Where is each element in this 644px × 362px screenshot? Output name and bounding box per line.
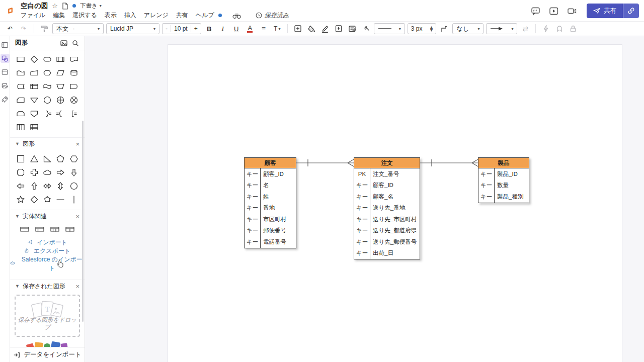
line-end-dropdown[interactable]: ▾ xyxy=(486,23,517,34)
line-width-arrows[interactable]: ▴▾ xyxy=(427,26,436,31)
er-table-header[interactable]: 顧客 xyxy=(245,158,296,168)
saved-shapes-dropzone[interactable]: T 保存する図形をドロップ xyxy=(15,295,80,337)
menu-共有[interactable]: 共有 xyxy=(176,11,188,20)
shape-summing-junction[interactable] xyxy=(67,94,80,106)
shapes-panel-icon[interactable] xyxy=(1,54,10,63)
shape-triangle[interactable] xyxy=(27,153,40,165)
shape-arrow-up[interactable] xyxy=(27,180,40,192)
document-icon[interactable] xyxy=(62,3,68,10)
shape-arrow-up-down[interactable] xyxy=(54,180,67,192)
save-status[interactable]: 保存済み xyxy=(256,11,289,20)
shape-manual-operation[interactable] xyxy=(54,80,67,93)
collapse-triangle-icon[interactable]: ▼ xyxy=(15,284,20,289)
lucid-logo-icon[interactable] xyxy=(5,6,16,17)
shape-line-horizontal[interactable] xyxy=(54,194,67,206)
diagram-canvas[interactable]: 顧客キー顧客_IDキー名キー姓キー番地キー市区町村キー郵便番号キー電話番号注文P… xyxy=(85,36,644,362)
shape-hexagon[interactable] xyxy=(67,153,80,165)
menu-ヘルプ[interactable]: ヘルプ xyxy=(196,11,214,20)
er-row[interactable]: PK注文_番号 xyxy=(354,168,420,180)
er-table-header[interactable]: 注文 xyxy=(354,158,420,168)
shape-paper-tape[interactable] xyxy=(41,80,54,93)
er-row[interactable]: キー製品_ID xyxy=(478,168,529,180)
section-entity[interactable]: ▼ 実体関連 × xyxy=(10,210,85,222)
shape-manual-input[interactable] xyxy=(27,67,40,79)
text-align-button[interactable]: ≡ xyxy=(258,23,269,34)
shape-off-page-connector[interactable] xyxy=(27,108,40,120)
er-row[interactable]: キー送り先_番地 xyxy=(354,203,420,214)
er-table-顧客[interactable]: 顧客キー顧客_IDキー名キー姓キー番地キー市区町村キー郵便番号キー電話番号 xyxy=(244,157,296,248)
shape-internal-storage[interactable] xyxy=(27,80,40,93)
er-row[interactable]: キー郵便番号 xyxy=(245,225,296,237)
shadow-icon[interactable] xyxy=(333,23,344,34)
shape-entity-header[interactable] xyxy=(17,223,32,235)
er-row[interactable]: キー送り先_市区町村 xyxy=(354,214,420,225)
menu-選択する[interactable]: 選択する xyxy=(72,11,97,20)
shape-brace-note-right[interactable] xyxy=(41,108,54,120)
er-row[interactable]: キー製品_種別 xyxy=(478,191,529,203)
menu-挿入[interactable]: 挿入 xyxy=(124,11,136,20)
shape-entity-split[interactable] xyxy=(62,223,77,235)
magnet-icon[interactable] xyxy=(554,23,565,34)
er-row[interactable]: キー番地 xyxy=(245,203,296,214)
shape-pentagon[interactable] xyxy=(54,153,67,165)
link-import[interactable]: インポート xyxy=(10,238,85,247)
search-icon[interactable] xyxy=(71,39,79,47)
shape-stored-data[interactable] xyxy=(14,80,27,93)
shape-delay[interactable] xyxy=(67,80,80,93)
favorite-star-icon[interactable]: ☆ xyxy=(52,2,58,10)
er-table-header[interactable]: 製品 xyxy=(478,158,529,168)
import-data-button[interactable]: データをインポート xyxy=(10,347,85,362)
er-row[interactable]: キー送り先_郵便番号 xyxy=(354,236,420,248)
swap-direction-icon[interactable]: ⇄ xyxy=(520,23,531,34)
link-cloud[interactable]: Salesforce のインポート xyxy=(10,255,85,273)
shape-line-vertical[interactable] xyxy=(67,194,80,206)
shape-star-shape[interactable] xyxy=(14,194,27,206)
shape-circle[interactable] xyxy=(67,180,80,192)
share-button[interactable]: 共有 xyxy=(587,4,623,18)
shape-preparation[interactable] xyxy=(41,67,54,79)
menu-表示[interactable]: 表示 xyxy=(105,11,117,20)
font-size-stepper[interactable]: - 10 pt + xyxy=(162,23,201,34)
shape-arrow-left-right[interactable] xyxy=(41,180,54,192)
shape-polygon[interactable] xyxy=(41,194,54,206)
text-options-button[interactable]: T▾ xyxy=(272,23,283,34)
shape-octagon[interactable] xyxy=(14,166,27,178)
shape-process[interactable] xyxy=(14,53,27,65)
shape-cloud-shape[interactable] xyxy=(41,166,54,178)
redo-button[interactable]: ↷ xyxy=(18,23,29,34)
shape-connector[interactable] xyxy=(41,94,54,106)
shape-data[interactable] xyxy=(54,67,67,79)
shape-diamond[interactable] xyxy=(27,194,40,206)
shape-merge[interactable] xyxy=(27,94,40,106)
er-table-注文[interactable]: 注文PK注文_番号キー顧客_IDキー顧客_名キー送り先_番地キー送り先_市区町村… xyxy=(354,157,420,259)
shape-brace-note-left[interactable] xyxy=(54,108,67,120)
line-width-stepper[interactable]: 3 px ▴▾ xyxy=(408,23,437,34)
er-row[interactable]: キー出荷_日 xyxy=(354,248,420,259)
notes-icon[interactable] xyxy=(347,23,358,34)
er-row[interactable]: キー数量 xyxy=(478,180,529,192)
font-size-value[interactable]: 10 pt xyxy=(171,25,191,32)
er-row[interactable]: キー姓 xyxy=(245,191,296,203)
link-export[interactable]: エクスポート xyxy=(10,247,85,255)
line-width-value[interactable]: 3 px xyxy=(408,25,426,32)
presentation-play-icon[interactable] xyxy=(548,6,559,16)
font-color-button[interactable]: A xyxy=(245,23,256,34)
collapse-triangle-icon[interactable]: ▼ xyxy=(15,141,20,146)
shape-predefined-process[interactable] xyxy=(54,53,67,65)
draft-dropdown[interactable]: 下書き▾ xyxy=(80,2,102,10)
shape-entity-columns[interactable] xyxy=(47,223,62,235)
underline-button[interactable]: U xyxy=(231,23,242,34)
shape-arrow-right[interactable] xyxy=(54,166,67,178)
shape-row-table[interactable] xyxy=(27,121,40,133)
shape-card[interactable] xyxy=(14,94,27,106)
close-section-icon[interactable]: × xyxy=(75,283,79,290)
shape-terminator[interactable] xyxy=(41,53,54,65)
format-painter-icon[interactable] xyxy=(39,23,50,34)
line-color-icon[interactable] xyxy=(319,23,331,34)
shape-entity-two-fields[interactable] xyxy=(32,223,47,235)
er-row[interactable]: キー電話番号 xyxy=(245,236,296,248)
lock-icon[interactable] xyxy=(568,23,579,34)
line-style-dropdown[interactable]: ▾ xyxy=(374,23,405,34)
line-start-dropdown[interactable]: なし▾ xyxy=(452,23,484,34)
sidebar-scrollbar[interactable] xyxy=(82,121,84,322)
